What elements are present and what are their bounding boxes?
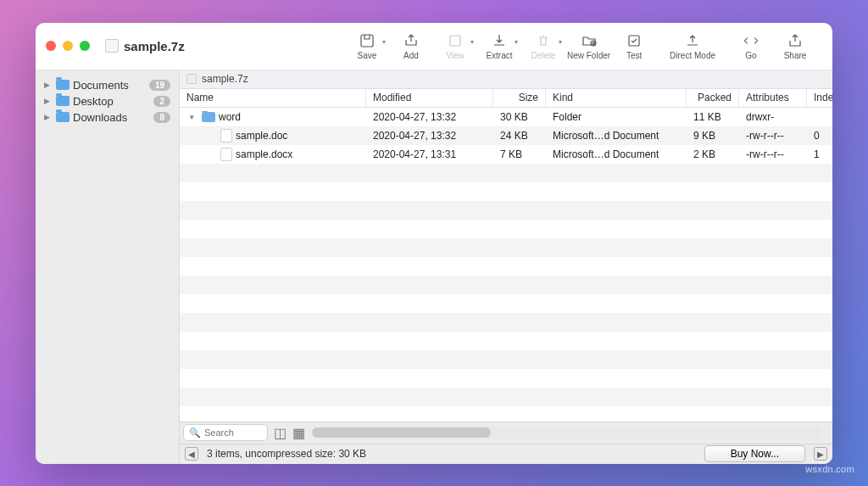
chevron-down-icon: ▾ [470,38,474,46]
share-icon [786,32,804,49]
main-panel: sample.7z Name Modified Size Kind Packed… [180,70,832,464]
cell-attributes: -rw-r--r-- [739,130,807,142]
app-window: sample.7z Save▾ Add View▾ Extract▾ Delet… [36,23,832,464]
archive-file-icon [186,74,197,84]
chevron-down-icon: ▾ [382,38,386,46]
bottom-bar: 🔍 ◫ ▦ [180,422,832,444]
empty-row [180,276,832,294]
cell-packed: 11 KB [687,111,739,123]
sidebar-toggle-icon[interactable]: ◫ [273,426,287,439]
titlebar: sample.7z Save▾ Add View▾ Extract▾ Delet… [36,23,832,70]
cell-packed: 9 KB [687,130,739,142]
collapse-right-icon[interactable]: ▶ [814,447,827,461]
test-button[interactable]: Test [614,26,654,65]
zoom-icon[interactable] [80,41,90,51]
sidebar: ▶ Documents 19 ▶ Desktop 2 ▶ Downloads 8 [36,70,180,464]
empty-row [180,238,832,257]
extract-button[interactable]: Extract▾ [479,26,520,65]
preview-toggle-icon[interactable]: ▦ [292,426,305,439]
disclosure-triangle-icon[interactable]: ▾ [190,113,198,121]
column-modified[interactable]: Modified [366,89,493,107]
scrollbar-thumb[interactable] [312,427,491,438]
column-kind[interactable]: Kind [546,89,687,107]
close-icon[interactable] [46,41,56,51]
empty-row [180,257,832,276]
sidebar-item-label: Documents [73,79,129,92]
empty-row [180,313,832,332]
search-field[interactable] [204,427,255,438]
add-button[interactable]: Add [391,26,431,65]
file-name: word [219,111,241,123]
save-icon [358,32,376,49]
toolbar: Save▾ Add View▾ Extract▾ Delete▾ New Fol… [192,26,822,65]
sidebar-item-documents[interactable]: ▶ Documents 19 [41,77,174,93]
add-icon [402,32,420,49]
empty-row [180,294,832,313]
column-packed[interactable]: Packed [687,89,739,107]
go-nav-icon [742,32,760,49]
document-icon [220,129,232,142]
column-attributes[interactable]: Attributes [739,89,807,107]
search-input[interactable]: 🔍 [183,424,268,441]
file-list: ▾word2020-04-27, 13:3230 KBFolder11 KBdr… [180,108,832,422]
folder-icon [56,112,70,122]
empty-row [180,220,832,238]
minimize-icon[interactable] [63,41,73,51]
document-icon [220,148,232,161]
save-button[interactable]: Save▾ [347,26,387,65]
empty-row [180,406,832,422]
svg-rect-1 [450,36,460,46]
collapse-left-icon[interactable]: ◀ [185,447,198,461]
sidebar-item-downloads[interactable]: ▶ Downloads 8 [41,109,174,126]
new-folder-icon [580,32,598,49]
cell-index: 0 [807,130,832,142]
delete-button[interactable]: Delete▾ [523,26,564,65]
sidebar-item-label: Downloads [73,111,127,124]
horizontal-scrollbar[interactable] [312,427,822,439]
chevron-right-icon: ▶ [44,81,53,89]
watermark-text: wsxdn.com [805,464,854,474]
chevron-right-icon: ▶ [44,113,53,121]
svg-rect-0 [361,35,373,47]
new-folder-button[interactable]: New Folder [567,26,610,65]
empty-row [180,369,832,388]
chevron-down-icon: ▾ [515,38,518,46]
column-index[interactable]: Index [807,89,832,107]
go-button[interactable]: Go [731,26,771,65]
cell-kind: Microsoft…d Document [546,130,687,142]
buy-now-button[interactable]: Buy Now... [704,445,805,462]
sidebar-item-desktop[interactable]: ▶ Desktop 2 [41,93,174,109]
empty-row [180,182,832,201]
cell-attributes: drwxr- [739,111,807,123]
count-badge: 8 [153,112,170,123]
sidebar-item-label: Desktop [73,95,114,108]
cell-attributes: -rw-r--r-- [739,148,807,160]
view-icon [446,32,465,49]
table-row[interactable]: sample.docx2020-04-27, 13:317 KBMicrosof… [180,145,832,164]
file-name: sample.doc [236,130,287,142]
folder-icon [202,112,215,122]
cell-kind: Folder [546,111,687,123]
empty-row [180,350,832,369]
count-badge: 2 [153,96,170,107]
cell-kind: Microsoft…d Document [546,148,687,160]
view-button[interactable]: View▾ [435,26,476,65]
share-button[interactable]: Share [775,26,815,65]
archive-file-icon [105,39,119,53]
folder-icon [56,96,70,106]
direct-mode-button[interactable]: Direct Mode [670,26,715,65]
column-size[interactable]: Size [493,89,546,107]
search-icon: 🔍 [189,427,201,439]
table-row[interactable]: sample.doc2020-04-27, 13:3224 KBMicrosof… [180,126,832,145]
folder-icon [56,80,70,90]
cell-packed: 2 KB [687,148,739,160]
cell-size: 7 KB [493,148,546,160]
empty-row [180,164,832,182]
column-name[interactable]: Name [180,89,366,107]
chevron-down-icon: ▾ [559,38,562,46]
empty-row [180,201,832,220]
status-bar: ◀ 3 items, uncompressed size: 30 KB Buy … [180,444,832,464]
cell-size: 24 KB [493,130,546,142]
breadcrumb[interactable]: sample.7z [180,70,832,89]
table-row[interactable]: ▾word2020-04-27, 13:3230 KBFolder11 KBdr… [180,108,832,126]
